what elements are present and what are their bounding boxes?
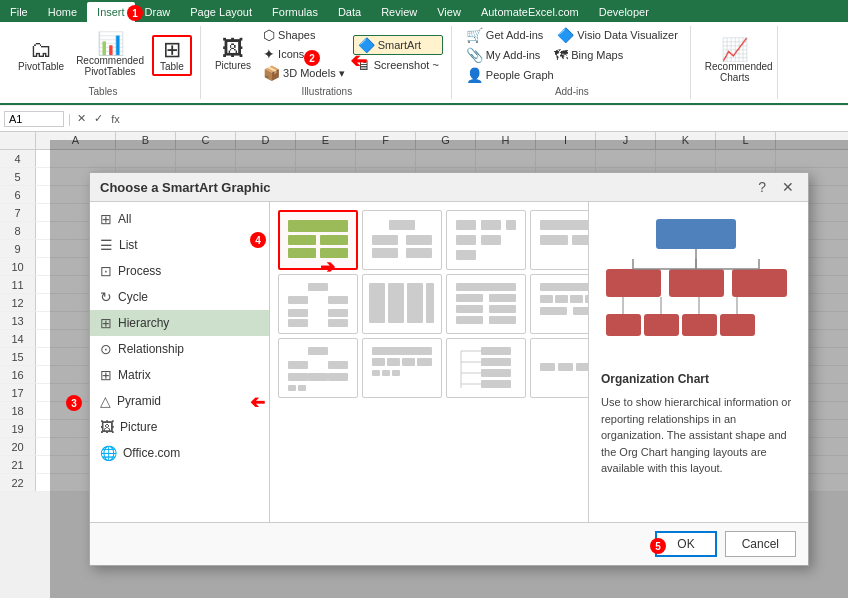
category-pyramid[interactable]: △Pyramid [90,388,269,414]
3d-models-button[interactable]: 📦 3D Models ▾ [259,64,349,82]
svg-rect-30 [328,319,348,327]
bing-maps-label: Bing Maps [571,49,623,61]
smartart-dialog: Choose a SmartArt Graphic ? ✕ ⊞All ☰List… [89,172,809,566]
tab-automateexcel[interactable]: AutomateExcel.com [471,2,589,22]
svg-rect-44 [555,295,568,303]
modal-help-button[interactable]: ? [754,179,770,195]
pictures-button[interactable]: 🖼 Pictures [211,36,255,73]
thumb-arrow: ➔ [320,256,335,278]
formula-input[interactable] [126,112,844,126]
chart-thumb-9[interactable] [530,274,588,334]
category-matrix[interactable]: ⊞Matrix [90,362,269,388]
modal-sidebar: ⊞All ☰List ⊡Process ↻Cycle ⊞3Hierarchy ⊙… [90,202,270,522]
chart-thumb-1[interactable] [278,210,358,270]
chart-thumb-13[interactable] [446,338,526,398]
get-addins-button[interactable]: 🛒 Get Add-ins [462,26,547,44]
tab-file[interactable]: File [0,2,38,22]
svg-rect-26 [328,296,348,304]
cancel-button[interactable]: Cancel [725,531,796,557]
table-button[interactable]: ⊞ Table [152,35,192,76]
svg-rect-17 [540,235,568,245]
svg-rect-60 [288,385,296,391]
svg-rect-40 [456,316,483,324]
modal-close-button[interactable]: ✕ [778,179,798,195]
chart-thumb-14[interactable] [530,338,588,398]
svg-rect-2 [320,235,348,245]
pivot-table-icon: 🗂 [30,39,52,61]
group-tables: 🗂 PivotTable 📊 RecommendedPivotTables ⊞ … [6,26,201,99]
svg-rect-79 [540,363,555,371]
svg-rect-5 [389,220,415,230]
my-addins-button[interactable]: 📎 My Add-ins [462,46,544,64]
formula-sep: | [68,112,71,126]
category-relationship[interactable]: ⊙Relationship [90,336,269,362]
pivot-table-button[interactable]: 🗂 PivotTable [14,37,68,74]
svg-rect-54 [308,347,328,355]
preview-chart-title: Organization Chart [601,372,796,386]
smartart-label: SmartArt [378,39,421,51]
tab-home[interactable]: Home [38,2,87,22]
bing-maps-button[interactable]: 🗺 Bing Maps [550,46,627,64]
tab-view[interactable]: View [427,2,471,22]
svg-rect-27 [288,309,308,317]
tab-formulas[interactable]: Formulas [262,2,328,22]
formula-enter-icon[interactable]: ✓ [92,112,105,125]
svg-rect-102 [720,314,755,336]
category-picture[interactable]: 🖼Picture [90,414,269,440]
svg-rect-45 [570,295,583,303]
preview-chart-description: Use to show hierarchical information or … [601,394,796,477]
table-icon: ⊞ [163,39,181,61]
category-officecom[interactable]: 🌐Office.com [90,440,269,466]
people-graph-button[interactable]: 👤 People Graph [462,66,558,84]
pivot-table-label: PivotTable [18,61,64,72]
recommended-charts-label: Recommended Charts [705,61,765,83]
svg-rect-47 [540,307,567,315]
svg-rect-67 [372,370,380,376]
formula-cancel-icon[interactable]: ✕ [75,112,88,125]
formula-fx-icon[interactable]: fx [109,113,122,125]
category-list[interactable]: ☰List [90,232,269,258]
svg-rect-36 [456,294,483,302]
tab-review[interactable]: Review [371,2,427,22]
tab-developer[interactable]: Developer [589,2,659,22]
svg-rect-58 [308,373,328,381]
svg-rect-41 [489,316,516,324]
svg-rect-90 [656,219,736,249]
svg-rect-65 [402,358,415,366]
recommended-charts-button[interactable]: 📈 Recommended Charts [701,37,769,85]
svg-rect-10 [456,220,476,230]
category-all[interactable]: ⊞All [90,206,269,232]
category-hierarchy[interactable]: ⊞3Hierarchy [90,310,269,336]
chart-thumb-6[interactable] [278,274,358,334]
tab-data[interactable]: Data [328,2,371,22]
svg-rect-72 [481,369,511,377]
svg-rect-13 [481,220,501,230]
chart-thumb-7[interactable] [362,274,442,334]
chart-thumb-4[interactable] [530,210,588,270]
3d-icon: 📦 [263,65,280,81]
shapes-button[interactable]: ⬡ Shapes [259,26,349,44]
chart-thumb-11[interactable] [278,338,358,398]
addins-group-label: Add-ins [555,84,589,99]
group-charts: 📈 Recommended Charts [693,26,778,99]
svg-rect-61 [298,385,306,391]
svg-rect-1 [288,235,316,245]
step-3-badge: 3 [66,395,82,411]
chart-thumb-3[interactable] [446,210,526,270]
tab-page-layout[interactable]: Page Layout [180,2,262,22]
chart-thumb-12[interactable] [362,338,442,398]
chart-thumb-2[interactable] [362,210,442,270]
svg-rect-29 [288,319,308,327]
svg-rect-99 [606,314,641,336]
category-cycle[interactable]: ↻Cycle [90,284,269,310]
svg-rect-3 [288,248,316,258]
recommended-pivot-button[interactable]: 📊 RecommendedPivotTables [72,31,148,79]
svg-rect-48 [573,307,588,315]
cell-reference[interactable]: A1 [4,111,64,127]
svg-rect-55 [288,361,308,369]
category-process[interactable]: ⊡Process [90,258,269,284]
visio-button[interactable]: 🔷 Visio Data Visualizer [553,26,681,44]
table-label: Table [160,61,184,72]
modal-header: Choose a SmartArt Graphic ? ✕ [90,173,808,202]
chart-thumb-8[interactable] [446,274,526,334]
